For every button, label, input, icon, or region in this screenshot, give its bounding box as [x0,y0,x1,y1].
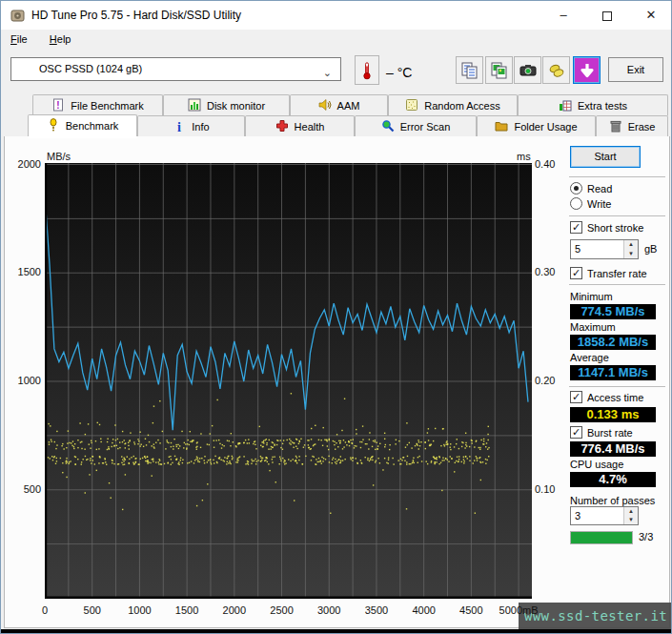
y-tick-label-left: 2000 [5,158,41,170]
minimum-label: Minimum [570,291,613,302]
stepper-up-icon[interactable]: ▲ [624,240,638,250]
x-tick-label: 5000mB [499,604,539,616]
tab-label: Health [295,121,325,133]
stepper-down-icon[interactable]: ▼ [624,516,638,524]
tab-file-benchmark[interactable]: !File Benchmark [32,94,163,115]
tab-erase[interactable]: Erase [596,115,668,136]
erase-icon [609,119,622,134]
tab-extra-tests[interactable]: Extra tests [518,94,668,115]
write-radio-circle [570,197,582,210]
tab-info[interactable]: iInfo [137,115,245,136]
pass-progress-label: 3/3 [639,531,653,542]
copy-image-icon [490,61,509,80]
menu-file[interactable]: File [1,30,37,51]
tab-folder-usage[interactable]: Folder Usage [477,115,596,136]
burst-rate-checkbox[interactable]: ✓ Burst rate [570,426,633,439]
tab-row-primary: BenchmarkiInfoHealthError ScanFolder Usa… [28,115,668,137]
tab-disk-monitor[interactable]: Disk monitor [163,94,290,115]
access-time-label: Access time [587,392,643,403]
x-tick-label: 1500 [175,604,198,616]
file-benchmark-icon: ! [51,98,65,113]
y-tick-label-right: 0.30 [535,266,555,277]
tab-health[interactable]: Health [245,115,355,136]
tab-label: Erase [628,121,656,133]
number-of-passes-stepper[interactable]: 3 ▲▼ [570,506,639,525]
folder-usage-icon [495,119,508,134]
aam-icon [318,98,332,113]
close-button[interactable]: ✕ [629,1,672,30]
tab-error-scan[interactable]: Error Scan [355,115,477,136]
pass-progress-bar [570,531,633,544]
tab-label: AAM [337,100,360,112]
short-stroke-checkbox-box: ✓ [570,221,582,234]
y-tick-label-right: 0.20 [535,375,555,386]
transfer-rate-checkbox[interactable]: ✓ Transfer rate [570,267,647,279]
average-label: Average [570,352,609,363]
size-unit-label: gB [644,243,657,255]
watermark-banner: www.ssd-tester.it [519,603,672,629]
stepper-down-icon[interactable]: ▼ [624,250,638,259]
tab-label: Benchmark [66,120,119,132]
coins-icon [547,61,566,80]
tab-benchmark[interactable]: Benchmark [28,114,137,136]
tab-random-access[interactable]: Random Access [388,94,518,115]
drive-select-dropdown[interactable]: OSC PSSD (1024 gB) ⌄ [10,57,341,81]
extra-tests-icon [559,98,572,113]
x-tick-label: 2500 [270,604,293,616]
x-tick-label: 3000 [317,604,340,616]
y-axis-left-unit: MB/s [47,151,71,162]
benchmark-chart [45,163,532,599]
x-tick-label: 4500 [459,604,482,616]
save-screenshot-button[interactable] [573,56,601,84]
copy-text-button[interactable] [456,56,483,84]
watermark-text: www.ssd-tester.it [524,608,667,624]
cpu-usage-label: CPU usage [570,459,623,470]
minimize-button[interactable]: – [541,1,585,30]
menu-help[interactable]: Help [40,30,81,51]
access-time-checkbox-box: ✓ [570,391,582,403]
short-stroke-size-stepper[interactable]: 5 ▲▼ [570,239,639,259]
tab-label: Info [192,121,209,133]
start-button[interactable]: Start [570,146,641,168]
access-time-checkbox[interactable]: ✓ Access time [570,391,643,403]
tab-aam[interactable]: AAM [290,94,388,115]
thermometer-icon [357,61,377,80]
cpu-usage-value: 4.7% [570,472,656,487]
average-value: 1147.1 MB/s [570,365,656,380]
screenshot-button[interactable] [514,56,541,84]
write-radio[interactable]: Write [570,197,611,210]
temperature-value: – °C [386,65,412,80]
transfer-rate-checkbox-box: ✓ [570,267,582,279]
maximum-label: Maximum [570,321,616,333]
x-tick-label: 3500 [365,604,388,616]
exit-button[interactable]: Exit [608,57,663,82]
temperature-button[interactable] [355,55,379,85]
title-bar: HD Tune Pro 5.75 - Hard Disk/SSD Utility… [1,1,672,30]
transfer-rate-label: Transfer rate [587,268,647,279]
number-of-passes-value: 3 [575,510,580,522]
short-stroke-label: Short stroke [587,222,643,234]
donate-button[interactable] [542,56,570,84]
y-tick-label-left: 1000 [5,375,41,386]
tab-row-secondary: !File BenchmarkDisk monitorAAMRandom Acc… [32,94,668,115]
maximize-button[interactable] [585,1,629,30]
short-stroke-checkbox[interactable]: ✓ Short stroke [570,221,643,234]
write-radio-label: Write [587,198,611,210]
read-radio[interactable]: Read [570,182,612,194]
stepper-up-icon[interactable]: ▲ [624,507,638,516]
menu-help-rest: elp [57,33,71,45]
disk-monitor-icon [188,98,201,113]
burst-rate-checkbox-box: ✓ [570,426,582,439]
toolbar: OSC PSSD (1024 gB) ⌄ – °C Exit [1,51,672,92]
x-tick-label: 2000 [223,604,246,616]
tab-label: File Benchmark [71,100,143,112]
copy-image-button[interactable] [485,56,513,84]
menu-file-rest: ile [17,33,28,45]
number-of-passes-label: Number of passes [570,495,655,506]
minimum-value: 774.5 MB/s [570,304,656,319]
y-tick-label-left: 1500 [5,266,41,277]
random-access-icon [405,98,418,113]
svg-text:i: i [177,119,181,133]
tab-label: Disk monitor [207,100,265,112]
svg-text:!: ! [57,100,60,111]
